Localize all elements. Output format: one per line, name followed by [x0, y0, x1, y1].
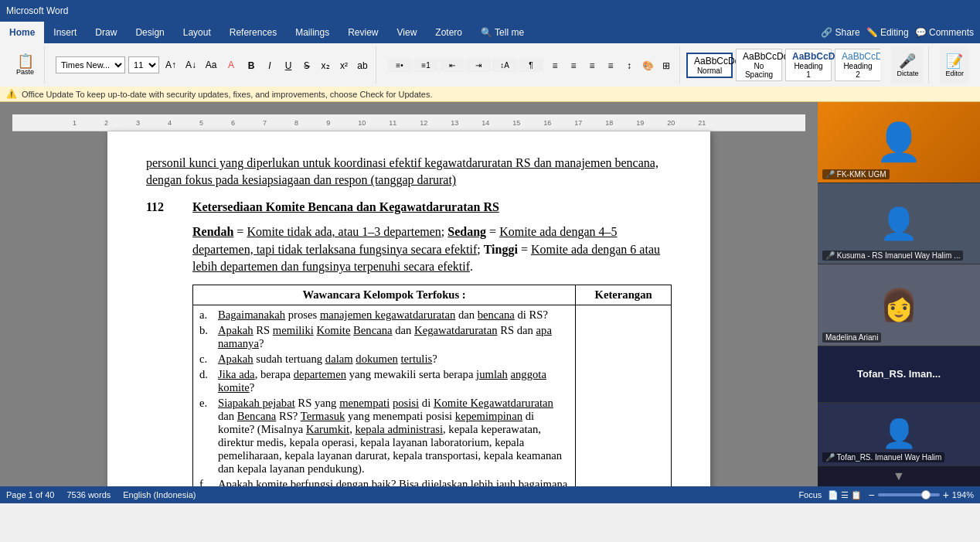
decrease-font-btn[interactable]: A↓ — [182, 56, 199, 73]
zoom-out-btn[interactable]: − — [868, 489, 874, 501]
list-item: c. Apakah sudah tertuang dalam dokumen t… — [199, 353, 569, 366]
increase-font-btn[interactable]: A↑ — [162, 56, 179, 73]
font-color-btn[interactable]: A — [223, 56, 240, 73]
ruler: 1 2 3 4 5 6 7 8 9 10 11 12 13 14 15 16 1… — [12, 114, 805, 131]
styles-gallery: AaBbCcDdEe Normal AaBbCcDdEe No Spacing … — [686, 46, 880, 84]
tab-layout[interactable]: Layout — [174, 22, 220, 43]
video-sidebar: 👤 🎤 FK-KMK UGM 👤 🎤 Kusuma - RS Imanuel W… — [818, 102, 980, 486]
ribbon-tab-bar: Home Insert Draw Design Layout Reference… — [0, 22, 980, 43]
change-case-btn[interactable]: Aa — [202, 56, 219, 73]
borders-btn[interactable]: ⊞ — [658, 57, 675, 74]
superscript-btn[interactable]: x² — [335, 57, 352, 74]
underline-btn[interactable]: U — [280, 57, 297, 74]
notif-text: Office Update To keep up-to-date with se… — [22, 90, 433, 99]
language-indicator: English (Indonesia) — [123, 490, 196, 499]
tab-references[interactable]: References — [220, 22, 286, 43]
tools-group: 🎤 Dictate — [886, 46, 929, 84]
scroll-down-btn[interactable]: ▼ — [818, 466, 980, 486]
list-item: f. Apakah komite berfungsi dengan baik? … — [199, 478, 569, 486]
video-name-text: Tofan_RS. Iman... — [857, 368, 941, 380]
list-item: e. Siapakah pejabat RS yang menempati po… — [199, 397, 569, 476]
align-center-btn[interactable]: ≡ — [565, 57, 582, 74]
strikethrough-btn[interactable]: S̶ — [298, 57, 315, 74]
italic-btn[interactable]: I — [261, 57, 278, 74]
status-bar: Page 1 of 40 7536 words English (Indones… — [0, 486, 980, 503]
indent-less-btn[interactable]: ⇤ — [440, 59, 464, 72]
tab-home[interactable]: Home — [0, 22, 44, 43]
highlight-btn[interactable]: ab — [354, 57, 371, 74]
section-number: 112 — [146, 199, 192, 486]
bold-btn[interactable]: B — [243, 57, 260, 74]
section-title: Ketersediaan Komite Bencana dan Kegawatd… — [192, 199, 672, 216]
tab-tellme[interactable]: 🔍 Tell me — [471, 22, 533, 43]
paste-icon: 📋 — [17, 54, 34, 68]
ribbon-controls: 📋 Paste Times New... 11 A↑ A↓ Aa A B I U… — [0, 43, 980, 87]
line-spacing-btn[interactable]: ↕ — [621, 57, 638, 74]
style-no-spacing[interactable]: AaBbCcDdEe No Spacing — [736, 49, 782, 81]
sort-btn[interactable]: ↕A — [492, 59, 517, 72]
video-label-2: 🎤 Kusuma - RS Imanuel Way Halim ... — [822, 251, 963, 261]
zoom-in-btn[interactable]: + — [943, 489, 949, 501]
para-marks-btn[interactable]: ¶ — [519, 59, 543, 72]
shading-btn[interactable]: 🎨 — [639, 57, 656, 74]
document-area[interactable]: 1 2 3 4 5 6 7 8 9 10 11 12 13 14 15 16 1… — [0, 102, 818, 486]
numbering-btn[interactable]: ≡1 — [413, 59, 438, 72]
subscript-btn[interactable]: x₂ — [317, 57, 334, 74]
indent-more-btn[interactable]: ⇥ — [466, 59, 491, 72]
document-page[interactable]: personil kunci yang diperlukan untuk koo… — [107, 131, 710, 486]
table-row-interview: a. Bagaimanakah proses manajemen kegawat… — [193, 305, 672, 486]
font-family-select[interactable]: Times New... — [56, 56, 125, 73]
scoring-text: Rendah = Komite tidak ada, atau 1–3 depa… — [192, 223, 672, 275]
list-item: a. Bagaimanakah proses manajemen kegawat… — [199, 308, 569, 322]
share-button[interactable]: 🔗 Share — [821, 27, 859, 38]
main-layout: 1 2 3 4 5 6 7 8 9 10 11 12 13 14 15 16 1… — [0, 102, 980, 486]
video-label-5: 🎤 Tofan_RS. Imanuel Way Halim — [822, 452, 944, 462]
editor-group: 📝 Editor — [935, 46, 974, 84]
video-label-3: Madelina Ariani — [822, 332, 881, 343]
style-normal[interactable]: AaBbCcDdEe Normal — [686, 53, 733, 78]
style-heading1[interactable]: AaBbCcDd Heading 1 — [785, 49, 832, 81]
interview-keterangan-cell — [576, 305, 672, 486]
section-content: Ketersediaan Komite Bencana dan Kegawatd… — [192, 199, 672, 486]
video-panel-5: 👤 🎤 Tofan_RS. Imanuel Way Halim — [818, 403, 980, 466]
align-right-btn[interactable]: ≡ — [584, 57, 601, 74]
paste-button[interactable]: 📋 Paste — [11, 52, 39, 78]
interview-questions-cell: a. Bagaimanakah proses manajemen kegawat… — [193, 305, 576, 486]
video-panel-1: 👤 🎤 FK-KMK UGM — [818, 102, 980, 183]
tab-draw[interactable]: Draw — [86, 22, 126, 43]
style-heading2[interactable]: AaBbCcDdE Heading 2 — [835, 49, 880, 81]
tab-view[interactable]: View — [388, 22, 427, 43]
video-panel-3: 👩 Madelina Ariani — [818, 264, 980, 346]
zoom-slider[interactable] — [878, 493, 940, 496]
word-count: 7536 words — [66, 490, 111, 499]
tab-zotero[interactable]: Zotero — [426, 22, 471, 43]
editor-btn[interactable]: 📝 Editor — [940, 46, 969, 84]
table-header-col1: Wawancara Kelompok Terfokus : — [193, 285, 576, 305]
app-title: Microsoft Word — [6, 5, 68, 16]
video-panel-4: Tofan_RS. Iman... — [818, 346, 980, 403]
tab-mailings[interactable]: Mailings — [286, 22, 339, 43]
tab-insert[interactable]: Insert — [44, 22, 86, 43]
section-row: 112 Ketersediaan Komite Bencana dan Kega… — [146, 199, 672, 486]
list-item: b. Apakah RS memiliki Komite Bencana dan… — [199, 324, 569, 350]
font-size-select[interactable]: 11 — [128, 56, 159, 73]
table-header-col2: Keterangan — [576, 285, 672, 305]
doc-intro-text: personil kunci yang diperlukan untuk koo… — [146, 155, 672, 189]
clipboard-group: Times New... 11 A↑ A↓ Aa A B I U S̶ x₂ x… — [51, 46, 376, 84]
tab-review[interactable]: Review — [339, 22, 387, 43]
paste-group: 📋 Paste — [6, 46, 45, 84]
notification-bar: ⚠️ Office Update To keep up-to-date with… — [0, 87, 980, 102]
zoom-controls: − + 194% — [868, 489, 974, 501]
video-label-1: 🎤 FK-KMK UGM — [822, 169, 890, 179]
align-left-btn[interactable]: ≡ — [546, 57, 563, 74]
dictate-btn[interactable]: 🎤 Dictate — [891, 46, 924, 84]
editing-indicator[interactable]: ✏️ Editing — [866, 27, 909, 38]
justify-btn[interactable]: ≡ — [602, 57, 619, 74]
paragraph-group: ≡• ≡1 ⇤ ⇥ ↕A ¶ ≡ ≡ ≡ ≡ ↕ 🎨 ⊞ — [383, 46, 680, 84]
comments-button[interactable]: 💬 Comments — [915, 27, 974, 38]
bullets-btn[interactable]: ≡• — [387, 59, 412, 72]
tab-design[interactable]: Design — [126, 22, 173, 43]
focus-button[interactable]: Focus — [798, 490, 822, 499]
notif-icon: ⚠️ — [6, 89, 17, 99]
list-item: d. Jika ada, berapa departemen yang mewa… — [199, 368, 569, 394]
